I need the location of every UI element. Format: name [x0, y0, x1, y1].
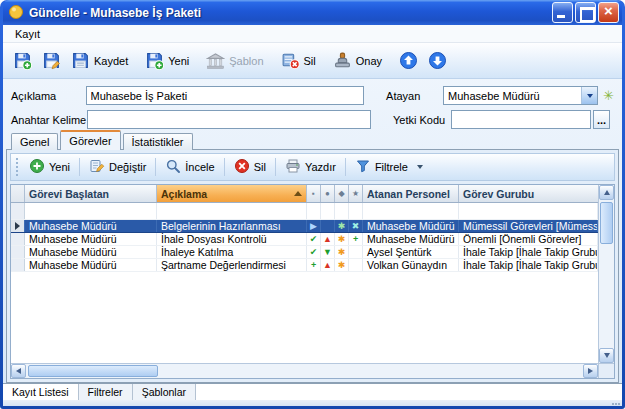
column-header-attachment[interactable]: ● — [321, 185, 335, 202]
grid-toolbar: Yeni Değiştir İncele Sil — [10, 153, 615, 181]
tab-istatistikler[interactable]: İstatistikler — [123, 133, 193, 150]
column-header-atanan-personel[interactable]: Atanan Personel — [363, 185, 459, 202]
save-button[interactable]: Kaydet — [66, 46, 133, 76]
grid-print-button[interactable]: Yazdır — [279, 156, 342, 178]
atayan-combobox[interactable]: Muhasebe Müdürü — [443, 86, 598, 105]
chevron-down-icon — [417, 165, 423, 169]
horizontal-scrollbar[interactable] — [11, 363, 598, 378]
column-label: Açıklama — [161, 188, 207, 200]
tab-istatistikler-label: İstatistikler — [132, 136, 184, 148]
tab-filtreler[interactable]: Filtreler — [79, 384, 133, 400]
column-header-gorevi-baslatan[interactable]: Görevi Başlatan — [25, 185, 157, 202]
edit-record-button[interactable] — [37, 46, 66, 76]
aciklama-input[interactable] — [86, 86, 365, 105]
scrollbar-corner — [599, 363, 614, 378]
yetki-kodu-input[interactable] — [451, 110, 591, 129]
cell-atanan-personel: Volkan Günaydın — [363, 259, 459, 271]
cell-gorev-gurubu: Önemli [Önemli Görevler] — [459, 233, 598, 245]
delete-button[interactable]: Sil — [276, 46, 321, 76]
scroll-right-button[interactable] — [583, 364, 598, 378]
cell-gorevi-baslatan: Muhasebe Müdürü — [25, 259, 157, 271]
previous-record-button[interactable] — [394, 46, 423, 76]
toolbar-grip[interactable] — [16, 158, 18, 176]
column-header-status[interactable]: ▪ — [307, 185, 321, 202]
x-circle-icon — [234, 158, 250, 176]
arrow-down-icon — [604, 353, 610, 358]
cell-atanan-personel: Muhasebe Müdürü — [363, 220, 459, 232]
tab-gorevler[interactable]: Görevler — [60, 130, 120, 150]
tab-genel[interactable]: Genel — [11, 133, 58, 150]
grid-edit-button[interactable]: Değiştir — [83, 156, 152, 178]
scroll-left-button[interactable] — [11, 364, 26, 378]
scroll-down-button[interactable] — [599, 348, 614, 363]
horizontal-scroll-track[interactable] — [26, 364, 583, 378]
cell-aciklama: Şartname Değerlendirmesi — [157, 259, 307, 271]
tab-sablonlar-label: Şablonlar — [142, 386, 186, 398]
grid-filter-button[interactable]: Filtrele — [349, 156, 429, 178]
new-button[interactable]: Yeni — [140, 46, 194, 76]
menu-bar: Kayıt — [3, 25, 622, 43]
table-row[interactable]: Muhasebe Müdürü Şartname Değerlendirmesi… — [11, 259, 598, 272]
template-button[interactable]: Şablon — [201, 46, 268, 76]
cell-gorev-gurubu: İhale Takip [İhale Takip Grubu] — [459, 259, 598, 271]
table-row[interactable]: Muhasebe Müdürü İhaleye Katılma ✔ ▼ ✱ Ay… — [11, 246, 598, 259]
next-record-button[interactable] — [423, 46, 452, 76]
stamp-icon — [333, 51, 352, 70]
add-record-button[interactable] — [8, 46, 37, 76]
vertical-scroll-track[interactable] — [599, 200, 614, 348]
app-window: Güncelle - Muhasebe İş Paketi Kayıt Kayd… — [0, 0, 625, 409]
empty-row — [11, 203, 598, 220]
status-bar — [3, 400, 622, 406]
tab-kayit-listesi[interactable]: Kayıt Listesi — [3, 384, 79, 400]
cell-aciklama: İhale Dosyası Kontrolü — [157, 233, 307, 245]
floppy-plus-icon — [13, 51, 32, 70]
anahtar-kelime-input[interactable] — [87, 110, 371, 129]
resize-grip[interactable] — [618, 403, 620, 405]
cell-priority-icon: ✱ — [335, 233, 349, 245]
horizontal-scroll-thumb[interactable] — [28, 365, 158, 377]
tab-gorevler-label: Görevler — [69, 135, 111, 147]
template-button-label: Şablon — [229, 55, 263, 67]
grid-body: Muhasebe Müdürü Belgelerinin Hazırlanmas… — [11, 203, 598, 363]
cell-status-icon: ✔ — [307, 233, 321, 245]
title-bar[interactable]: Güncelle - Muhasebe İş Paketi — [3, 0, 622, 25]
refresh-icon[interactable]: ✳ — [603, 88, 614, 103]
tab-genel-label: Genel — [20, 136, 49, 148]
scroll-up-button[interactable] — [599, 185, 614, 200]
atayan-dropdown-button[interactable] — [581, 87, 597, 104]
grid-side — [598, 185, 614, 378]
filter-funnel-icon — [355, 158, 371, 176]
column-header-gorev-gurubu[interactable]: Görev Gurubu — [459, 185, 598, 202]
table-row[interactable]: Muhasebe Müdürü Belgelerinin Hazırlanmas… — [11, 220, 598, 233]
vertical-scrollbar[interactable] — [599, 185, 614, 363]
column-header-star[interactable]: ★ — [349, 185, 363, 202]
atayan-value: Muhasebe Müdürü — [444, 90, 581, 102]
minimize-button[interactable] — [552, 2, 573, 23]
view-tabs: Kayıt Listesi Filtreler Şablonlar — [3, 383, 622, 400]
tab-sablonlar[interactable]: Şablonlar — [133, 384, 196, 400]
table-row[interactable]: Muhasebe Müdürü İhale Dosyası Kontrolü ✔… — [11, 233, 598, 246]
tab-strip: Genel Görevler İstatistikler — [3, 129, 622, 149]
cell-attachment-icon: ▼ — [321, 246, 335, 258]
column-header-priority[interactable]: ◆ — [335, 185, 349, 202]
magnifier-icon — [165, 158, 181, 176]
cell-attachment-icon: ▲ — [321, 233, 335, 245]
vertical-scroll-thumb[interactable] — [600, 202, 613, 244]
grid-delete-button[interactable]: Sil — [228, 156, 272, 178]
approve-button[interactable]: Onay — [328, 46, 387, 76]
arrow-left-icon — [16, 368, 21, 374]
gorevler-tab-page: Yeni Değiştir İncele Sil — [6, 149, 619, 383]
grid-new-button[interactable]: Yeni — [23, 156, 76, 178]
priority-icon: ◆ — [338, 189, 344, 198]
close-button[interactable] — [598, 2, 619, 23]
menu-kayit[interactable]: Kayıt — [8, 27, 47, 41]
bank-icon — [206, 51, 225, 70]
yetki-kodu-browse-button[interactable]: ... — [593, 110, 610, 129]
tab-kayit-listesi-label: Kayıt Listesi — [12, 386, 69, 398]
cell-aciklama: İhaleye Katılma — [157, 246, 307, 258]
window-title: Güncelle - Muhasebe İş Paketi — [29, 6, 547, 20]
maximize-button[interactable] — [575, 2, 596, 23]
column-header-aciklama[interactable]: Açıklama — [157, 185, 307, 202]
floppy-plus-icon — [145, 51, 164, 70]
grid-inspect-button[interactable]: İncele — [159, 156, 220, 178]
